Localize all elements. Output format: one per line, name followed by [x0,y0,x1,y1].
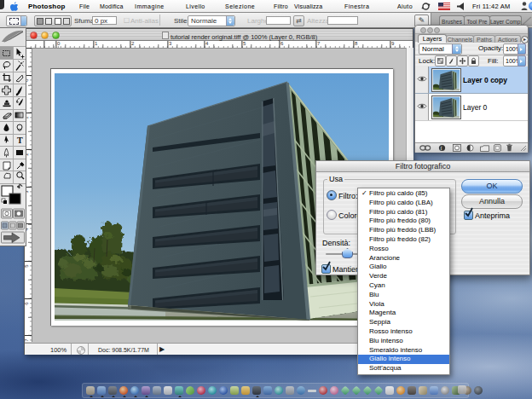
svg-text:f: f [441,146,442,151]
svg-text:T: T [17,136,23,145]
